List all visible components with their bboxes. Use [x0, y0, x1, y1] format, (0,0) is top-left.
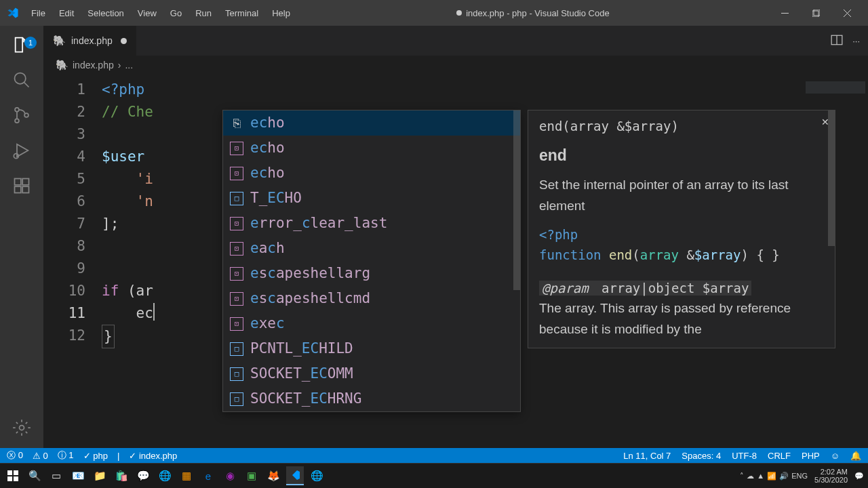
- suggestion-item[interactable]: □SOCKET_ECHRNG: [223, 386, 520, 411]
- code-editor[interactable]: 123 456 789 101112 <?php // Che $user 'i…: [43, 75, 868, 448]
- source-control-icon[interactable]: [12, 106, 31, 125]
- chrome-icon[interactable]: 🌐: [156, 466, 174, 485]
- constant-icon: □: [230, 192, 243, 205]
- security-icon[interactable]: ▲: [757, 472, 764, 480]
- status-errors[interactable]: ⓧ 0: [7, 449, 23, 462]
- suggestion-item[interactable]: □T_ECHO: [223, 186, 520, 211]
- status-warnings[interactable]: ⚠ 0: [33, 451, 48, 461]
- clock[interactable]: 2:02 AM 5/30/2020: [810, 468, 852, 484]
- encoding[interactable]: UTF-8: [732, 451, 757, 461]
- svg-point-3: [15, 73, 26, 84]
- constant-icon: □: [230, 392, 243, 406]
- menu-file[interactable]: File: [24, 4, 52, 22]
- suggestion-item[interactable]: ⊡each: [223, 236, 520, 261]
- window-controls: [769, 0, 863, 26]
- svg-point-12: [20, 426, 24, 430]
- language-icon[interactable]: ENG: [791, 472, 808, 480]
- store-icon[interactable]: 🛍️: [113, 466, 130, 485]
- php-file-icon: 🐘: [56, 59, 68, 71]
- wifi-icon[interactable]: 📶: [767, 472, 776, 481]
- search-taskbar-icon[interactable]: 🔍: [26, 466, 43, 485]
- indentation[interactable]: Spaces: 4: [682, 451, 721, 461]
- menu-help[interactable]: Help: [265, 4, 297, 22]
- svg-rect-18: [14, 476, 18, 481]
- notification-center-icon[interactable]: 💬: [854, 472, 864, 481]
- sublime-icon[interactable]: ▦: [178, 466, 195, 485]
- cursor-position[interactable]: Ln 11, Col 7: [623, 451, 671, 461]
- signature-name: end: [539, 143, 824, 168]
- explorer-badge: 1: [24, 37, 37, 49]
- suggestion-item[interactable]: ⊡escapeshellarg: [223, 261, 520, 286]
- doc-scrollbar[interactable]: [828, 110, 835, 246]
- menu-view[interactable]: View: [131, 4, 163, 22]
- search-icon[interactable]: [12, 70, 31, 89]
- function-icon: ⊡: [230, 317, 243, 331]
- menu-run[interactable]: Run: [189, 4, 218, 22]
- function-icon: ⊡: [230, 292, 243, 306]
- svg-rect-11: [22, 179, 28, 185]
- close-button[interactable]: [831, 0, 863, 26]
- app-icon-2[interactable]: ▣: [243, 466, 260, 485]
- svg-rect-17: [7, 476, 12, 481]
- edge-icon[interactable]: e: [199, 466, 217, 485]
- svg-rect-10: [22, 186, 28, 192]
- feedback-icon[interactable]: ☺: [831, 451, 840, 461]
- file-explorer-icon[interactable]: 📁: [91, 466, 108, 485]
- snippet-icon: ⎘: [230, 117, 243, 130]
- mail-app-icon[interactable]: 📧: [69, 466, 87, 485]
- tray-expand-icon[interactable]: ˄: [740, 472, 744, 481]
- status-bar: ⓧ 0 ⚠ 0 ⓘ 1 ✓ php | ✓ index.php Ln 11, C…: [0, 448, 868, 463]
- split-editor-icon[interactable]: [831, 34, 843, 48]
- status-info[interactable]: ⓘ 1: [58, 449, 74, 462]
- modified-dot-icon: [456, 10, 462, 16]
- signature-description: Set the internal pointer of an array to …: [539, 175, 824, 216]
- svg-point-6: [24, 113, 28, 117]
- line-gutter: 123 456 789 101112: [43, 75, 102, 448]
- function-icon: ⊡: [230, 242, 243, 256]
- suggestion-item[interactable]: ⊡echo: [223, 136, 520, 161]
- suggestion-widget: ⎘echo⊡echo⊡echo□T_ECHO⊡error_clear_last⊡…: [222, 110, 521, 412]
- notifications-icon[interactable]: 🔔: [850, 451, 861, 461]
- discord-icon[interactable]: 💬: [134, 466, 152, 485]
- language-mode[interactable]: PHP: [802, 451, 820, 461]
- constant-icon: □: [230, 367, 243, 381]
- suggestion-item[interactable]: ⊡escapeshellcmd: [223, 286, 520, 311]
- firefox-icon[interactable]: 🦊: [264, 466, 282, 485]
- tab-modified-dot-icon: [121, 38, 127, 44]
- menu-go[interactable]: Go: [163, 4, 189, 22]
- menu-edit[interactable]: Edit: [52, 4, 81, 22]
- status-check-php[interactable]: ✓ php: [83, 451, 108, 461]
- volume-icon[interactable]: 🔊: [779, 472, 789, 481]
- more-actions-icon[interactable]: ···: [852, 36, 860, 46]
- window-title: index.php - php - Visual Studio Code: [297, 8, 769, 18]
- tab-index-php[interactable]: 🐘 index.php: [43, 26, 136, 56]
- cloud-icon[interactable]: ☁: [747, 472, 754, 481]
- run-debug-icon[interactable]: [12, 141, 31, 160]
- suggest-scrollbar[interactable]: [513, 110, 520, 290]
- maximize-button[interactable]: [800, 0, 831, 26]
- suggestion-item[interactable]: ⎘echo: [223, 110, 520, 136]
- vscode-taskbar-icon[interactable]: [286, 466, 304, 485]
- suggestion-item[interactable]: ⊡exec: [223, 311, 520, 336]
- signature-line: end(array &$array): [539, 116, 824, 136]
- app-icon-1[interactable]: ◉: [221, 466, 239, 485]
- suggestion-item[interactable]: □SOCKET_ECOMM: [223, 361, 520, 386]
- suggestion-item[interactable]: ⊡echo: [223, 161, 520, 186]
- settings-gear-icon[interactable]: [12, 418, 31, 437]
- documentation-popup: ✕ end(array &$array) end Set the interna…: [528, 110, 835, 348]
- task-view-icon[interactable]: ▭: [47, 466, 65, 485]
- vscode-logo-icon: [7, 7, 19, 19]
- menu-terminal[interactable]: Terminal: [218, 4, 265, 22]
- chrome-running-icon[interactable]: 🌐: [308, 466, 326, 485]
- suggestion-item[interactable]: ⊡error_clear_last: [223, 211, 520, 236]
- status-check-file[interactable]: ✓ index.php: [129, 451, 177, 461]
- svg-rect-8: [15, 179, 21, 185]
- extensions-icon[interactable]: [12, 176, 31, 195]
- suggestion-item[interactable]: □PCNTL_ECHILD: [223, 336, 520, 361]
- breadcrumbs[interactable]: 🐘 index.php › ...: [43, 56, 868, 75]
- eol[interactable]: CRLF: [768, 451, 791, 461]
- svg-rect-15: [7, 470, 12, 475]
- minimize-button[interactable]: [769, 0, 800, 26]
- start-button[interactable]: [4, 466, 22, 485]
- menu-selection[interactable]: Selection: [81, 4, 130, 22]
